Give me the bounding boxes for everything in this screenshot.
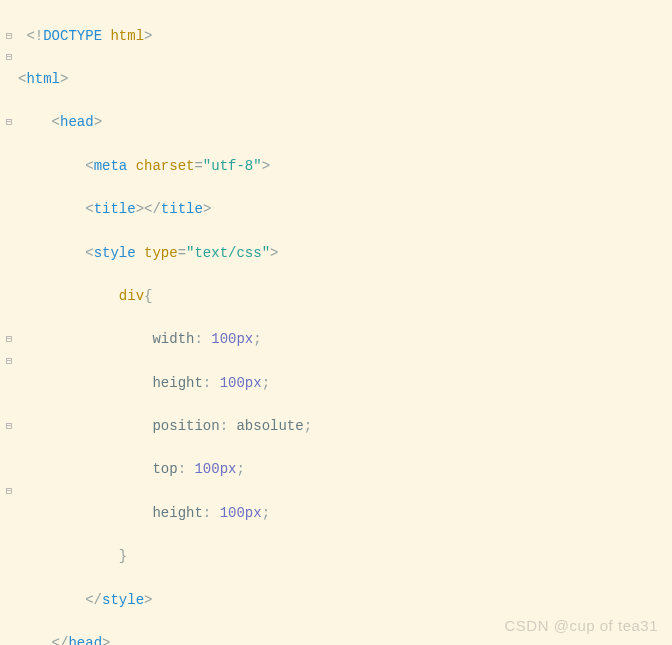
fold-toggle	[0, 243, 18, 265]
fold-toggle	[0, 221, 18, 243]
code-line: height: 100px;	[18, 373, 672, 395]
code-line: <style type="text/css">	[18, 243, 672, 265]
fold-toggle	[0, 199, 18, 221]
fold-toggle	[0, 459, 18, 481]
code-line: <title></title>	[18, 199, 672, 221]
fold-toggle	[0, 438, 18, 460]
fold-toggle	[0, 264, 18, 286]
code-line: <head>	[18, 112, 672, 134]
fold-toggle[interactable]: ⊟	[0, 47, 18, 69]
code-line: }	[18, 546, 672, 568]
fold-toggle	[0, 590, 18, 612]
fold-gutter: ⊟⊟⊟⊟⊟⊟⊟	[0, 4, 18, 645]
code-line: div{	[18, 286, 672, 308]
code-area[interactable]: <!DOCTYPE html> <html> <head> <meta char…	[18, 4, 672, 645]
code-line: width: 100px;	[18, 329, 672, 351]
fold-toggle	[0, 373, 18, 395]
code-line: height: 100px;	[18, 503, 672, 525]
fold-toggle	[0, 4, 18, 26]
fold-toggle[interactable]: ⊟	[0, 416, 18, 438]
fold-toggle	[0, 394, 18, 416]
fold-toggle[interactable]: ⊟	[0, 26, 18, 48]
code-line: position: absolute;	[18, 416, 672, 438]
fold-toggle[interactable]: ⊟	[0, 351, 18, 373]
code-line: <!DOCTYPE html>	[18, 26, 672, 48]
fold-toggle	[0, 546, 18, 568]
code-line: <html>	[18, 69, 672, 91]
fold-toggle	[0, 286, 18, 308]
fold-toggle	[0, 525, 18, 547]
code-line: </style>	[18, 590, 672, 612]
fold-toggle[interactable]: ⊟	[0, 481, 18, 503]
fold-toggle	[0, 178, 18, 200]
fold-toggle	[0, 156, 18, 178]
fold-toggle	[0, 308, 18, 330]
fold-toggle	[0, 69, 18, 91]
fold-toggle[interactable]: ⊟	[0, 112, 18, 134]
fold-toggle	[0, 91, 18, 113]
fold-toggle[interactable]: ⊟	[0, 329, 18, 351]
code-line: <meta charset="utf-8">	[18, 156, 672, 178]
watermark: CSDN @cup of tea31	[505, 614, 658, 637]
fold-toggle	[0, 503, 18, 525]
code-editor[interactable]: ⊟⊟⊟⊟⊟⊟⊟ <!DOCTYPE html> <html> <head> <m…	[0, 0, 672, 645]
fold-toggle	[0, 134, 18, 156]
fold-toggle	[0, 568, 18, 590]
code-line: top: 100px;	[18, 459, 672, 481]
